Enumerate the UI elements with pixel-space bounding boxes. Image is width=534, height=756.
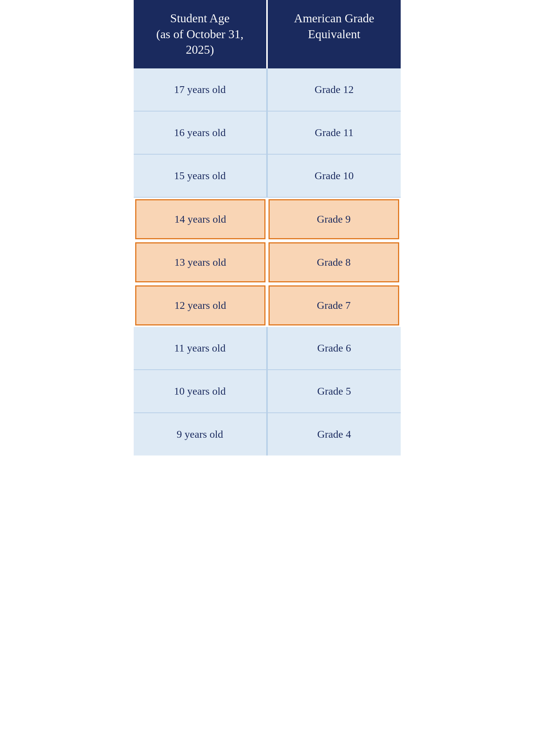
table-body: 17 years oldGrade 1216 years oldGrade 11… xyxy=(134,68,401,455)
header-col2-line1: American Grade xyxy=(275,11,393,26)
grade-cell: Grade 8 xyxy=(269,242,399,282)
grade-cell: Grade 11 xyxy=(268,112,401,154)
table-row: 14 years oldGrade 9 xyxy=(134,198,401,241)
grade-cell: Grade 7 xyxy=(269,285,399,325)
table-row: 10 years oldGrade 5 xyxy=(134,370,401,413)
age-cell: 9 years old xyxy=(134,413,268,455)
header-col2-line2: Equivalent xyxy=(275,26,393,42)
table-row: 17 years oldGrade 12 xyxy=(134,68,401,112)
age-cell: 14 years old xyxy=(135,199,266,239)
grade-cell: Grade 4 xyxy=(268,413,401,455)
header-col1-line1: Student Age xyxy=(141,11,259,26)
header-grade-equivalent: American Grade Equivalent xyxy=(268,0,401,68)
age-cell: 13 years old xyxy=(135,242,266,282)
table-header: Student Age (as of October 31, 2025) Ame… xyxy=(134,0,401,68)
age-cell: 15 years old xyxy=(134,155,268,197)
table-row: 11 years oldGrade 6 xyxy=(134,327,401,370)
age-cell: 17 years old xyxy=(134,68,268,111)
age-cell: 11 years old xyxy=(134,327,268,369)
age-cell: 10 years old xyxy=(134,370,268,412)
table-row: 13 years oldGrade 8 xyxy=(134,241,401,284)
grade-cell: Grade 10 xyxy=(268,155,401,197)
grade-cell: Grade 5 xyxy=(268,370,401,412)
header-student-age: Student Age (as of October 31, 2025) xyxy=(134,0,268,68)
grade-cell: Grade 6 xyxy=(268,327,401,369)
table-row: 9 years oldGrade 4 xyxy=(134,413,401,455)
age-cell: 12 years old xyxy=(135,285,266,325)
table-row: 15 years oldGrade 10 xyxy=(134,155,401,198)
grade-cell: Grade 9 xyxy=(269,199,399,239)
grade-cell: Grade 12 xyxy=(268,68,401,111)
table-row: 12 years oldGrade 7 xyxy=(134,284,401,327)
header-col1-line2: (as of October 31, 2025) xyxy=(141,26,259,58)
age-grade-table: Student Age (as of October 31, 2025) Ame… xyxy=(134,0,401,455)
age-cell: 16 years old xyxy=(134,112,268,154)
table-row: 16 years oldGrade 11 xyxy=(134,112,401,155)
